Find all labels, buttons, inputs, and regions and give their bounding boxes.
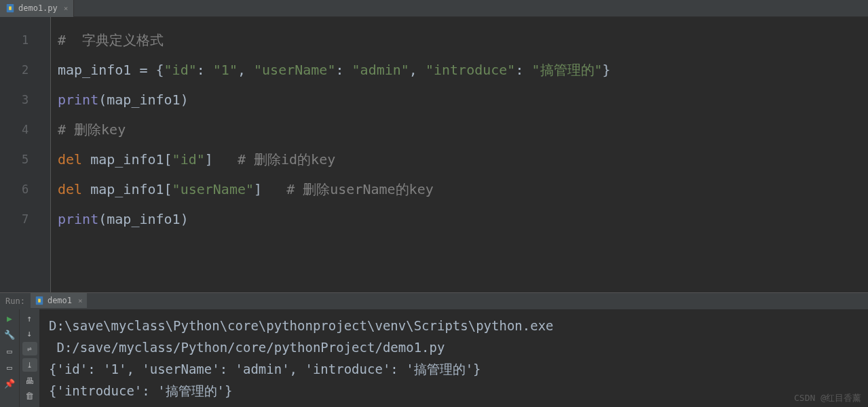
editor-tab-bar: demo1.py × xyxy=(0,0,868,17)
wrap-icon[interactable]: ⇌ xyxy=(22,342,37,355)
arrow-down-icon[interactable]: ↓ xyxy=(24,327,36,339)
run-label: Run: xyxy=(0,296,31,306)
run-panel: Run: demo1 × ▶ 🔧 ▭ ▭ 📌 ↑ ↓ ⇌ ⤓ 🖶 🗑 D:\sa… xyxy=(0,292,868,407)
line-number: 2 xyxy=(0,55,50,85)
code-line: map_info1 = {"id": "1", "userName": "adm… xyxy=(58,55,861,85)
run-sidebar-tools: ↑ ↓ ⇌ ⤓ 🖶 🗑 xyxy=(19,309,39,407)
python-file-icon xyxy=(5,3,15,13)
code-line: print(map_info1) xyxy=(58,204,861,234)
line-gutter: 1 2 3 4 5 6 7 xyxy=(0,17,51,292)
console-line: {'id': '1', 'userName': 'admin', 'introd… xyxy=(49,358,858,380)
code-line: # 删除key xyxy=(58,115,861,144)
line-number: 6 xyxy=(0,174,50,204)
code-line: del map_info1["id"] # 删除id的key xyxy=(58,144,861,174)
code-line: print(map_info1) xyxy=(58,85,861,115)
code-editor: 1 2 3 4 5 6 7 # 字典定义格式 map_info1 = {"id"… xyxy=(0,17,868,292)
python-file-icon xyxy=(35,296,44,305)
run-body: ▶ 🔧 ▭ ▭ 📌 ↑ ↓ ⇌ ⤓ 🖶 🗑 D:\save\myclass\Py… xyxy=(0,309,868,407)
file-tab-label: demo1.py xyxy=(18,3,58,13)
line-number: 4 xyxy=(0,115,50,144)
close-icon[interactable]: × xyxy=(64,4,69,13)
code-line: # 字典定义格式 xyxy=(58,25,861,55)
line-number: 3 xyxy=(0,85,50,115)
pin-icon[interactable]: 📌 xyxy=(3,377,16,389)
console-output[interactable]: D:\save\myclass\Python\core\pythonprojec… xyxy=(39,309,868,407)
watermark: CSDN @红目香薰 xyxy=(794,392,861,404)
trash-icon[interactable]: 🗑 xyxy=(24,389,36,402)
code-area[interactable]: # 字典定义格式 map_info1 = {"id": "1", "userNa… xyxy=(51,17,868,292)
run-sidebar-left: ▶ 🔧 ▭ ▭ 📌 xyxy=(0,309,19,407)
line-number: 5 xyxy=(0,144,50,174)
layout-icon[interactable]: ▭ xyxy=(3,361,16,373)
layout-icon[interactable]: ▭ xyxy=(3,345,16,357)
code-line: del map_info1["userName"] # 删除userName的k… xyxy=(58,174,861,204)
console-line: D:\save\myclass\Python\core\pythonprojec… xyxy=(49,315,858,336)
console-line: D:/save/myclass/Python/core/pythonProjec… xyxy=(49,336,858,358)
close-icon[interactable]: × xyxy=(78,296,83,305)
run-tab[interactable]: demo1 × xyxy=(31,293,87,309)
scroll-icon[interactable]: ⤓ xyxy=(22,358,37,372)
run-tab-label: demo1 xyxy=(48,296,72,305)
console-line: {'introduce': '搞管理的'} xyxy=(49,380,858,402)
line-number: 1 xyxy=(0,25,50,55)
print-icon[interactable]: 🖶 xyxy=(24,374,36,387)
line-number: 7 xyxy=(0,204,50,234)
run-header: Run: demo1 × xyxy=(0,293,868,309)
arrow-up-icon[interactable]: ↑ xyxy=(24,312,36,324)
play-icon[interactable]: ▶ xyxy=(3,312,16,324)
wrench-icon[interactable]: 🔧 xyxy=(3,328,16,341)
file-tab[interactable]: demo1.py × xyxy=(0,0,74,17)
